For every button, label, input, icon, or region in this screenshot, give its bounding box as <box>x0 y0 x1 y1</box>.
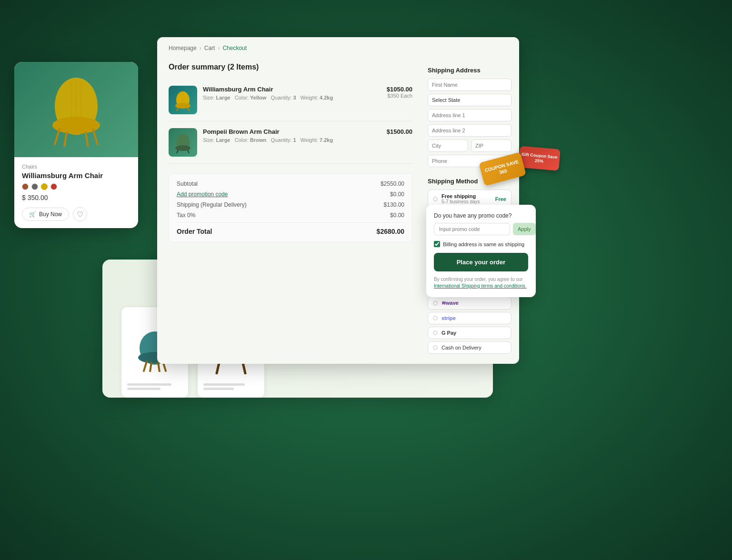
cash-option[interactable]: Cash on Delivery <box>428 341 511 354</box>
gpay-option[interactable]: G Pay <box>428 327 511 339</box>
promo-value: $0.00 <box>390 191 404 198</box>
coupon-label: COUPON SAVE 365 <box>480 158 524 180</box>
promo-code-input[interactable] <box>434 223 510 235</box>
free-shipping-radio <box>433 197 438 201</box>
zip-input[interactable] <box>471 140 511 152</box>
breadcrumb-homepage[interactable]: Homepage <box>169 45 197 51</box>
promo-popup: Do you have any promo code? Apply Billin… <box>426 205 536 297</box>
item-1-price-main: $1050.00 <box>387 86 412 93</box>
svg-line-4 <box>64 132 67 147</box>
terms-link[interactable]: International Shipping terms and conditi… <box>434 283 527 289</box>
chair-info-line-1 <box>127 383 171 386</box>
item-1-name: Williamsburg Arm Chair <box>203 86 381 93</box>
swatch-brown[interactable] <box>22 183 29 190</box>
billing-checkbox-label: Billing address is same as shipping <box>443 241 524 247</box>
color-swatches <box>22 183 130 190</box>
item-2-meta: Size: Large Color: Brown Quantity: 1 Wei… <box>203 137 381 143</box>
item-2-img-bg <box>169 128 197 157</box>
shipping-value: $130.00 <box>384 201 404 208</box>
product-actions: 🛒 Buy Now ♡ <box>22 207 130 221</box>
breadcrumb-sep-2: › <box>218 45 220 51</box>
state-select[interactable]: Select State <box>428 94 511 106</box>
green-chair-info <box>203 383 259 392</box>
item-1-price-each: $350 Each <box>387 93 412 99</box>
breadcrumb-cart[interactable]: Cart <box>204 45 215 51</box>
svg-line-27 <box>217 363 219 373</box>
svg-line-2 <box>55 129 60 144</box>
svg-line-12 <box>188 108 189 111</box>
promo-input-row: Apply <box>434 223 528 235</box>
promo-apply-button[interactable]: Apply <box>513 223 536 235</box>
swatch-red[interactable] <box>50 183 57 190</box>
shipping-row: Shipping (Regular Delivery) $130.00 <box>177 201 404 208</box>
item-1-details: Williamsburg Arm Chair Size: Large Color… <box>203 86 381 100</box>
shipping-address-title: Shipping Address <box>428 63 511 74</box>
terms-prefix: By confirming your order, you agree to o… <box>434 277 523 282</box>
address1-input[interactable] <box>428 109 511 121</box>
item-2-price: $1500.00 <box>387 128 412 135</box>
stripe-label: stripe <box>441 315 456 321</box>
product-card-body: Chairs Williamsburg Arm Chair $ 350.00 🛒… <box>14 157 138 228</box>
svg-line-16 <box>188 150 189 153</box>
terms-text: By confirming your order, you agree to o… <box>434 276 528 290</box>
svg-line-11 <box>177 108 178 111</box>
chair-info-line-2 <box>127 388 160 390</box>
city-input[interactable] <box>428 140 468 152</box>
item-1-img-bg <box>169 86 197 114</box>
product-name: Williamsburg Arm Chair <box>22 171 130 180</box>
order-title: Order summary (2 Items) <box>169 59 412 71</box>
free-shipping-name: Free shipping <box>441 193 491 199</box>
stripe-option[interactable]: stripe <box>428 312 511 324</box>
order-item-1: Williamsburg Arm Chair Size: Large Color… <box>169 79 412 121</box>
breadcrumb-sep-1: › <box>200 45 201 51</box>
buy-now-label: Buy Now <box>39 211 62 218</box>
billing-checkbox-input[interactable] <box>434 241 440 247</box>
gpay-label: G Pay <box>441 330 456 336</box>
wave-radio <box>433 301 438 306</box>
item-2-image <box>169 128 197 157</box>
buy-now-button[interactable]: 🛒 Buy Now <box>22 208 69 221</box>
cash-radio <box>433 345 438 350</box>
order-total-label: Order Total <box>177 228 212 235</box>
swatch-gray[interactable] <box>31 183 38 190</box>
order-item-2: Pompeii Brown Arm Chair Size: Large Colo… <box>169 121 412 164</box>
item-1-chair-icon <box>173 90 192 111</box>
item-2-name: Pompeii Brown Arm Chair <box>203 128 381 135</box>
first-name-input[interactable] <box>428 79 511 91</box>
item-1-image <box>169 86 197 114</box>
svg-line-5 <box>86 132 88 147</box>
chair-info-line-4 <box>203 388 234 390</box>
totals-section: Subtotal $2550.00 Add promotion code $0.… <box>169 173 412 242</box>
promo-popup-label: Do you have any promo code? <box>434 212 528 219</box>
swatch-yellow[interactable] <box>41 183 48 190</box>
subtotal-value: $2550.00 <box>381 180 404 187</box>
place-order-button[interactable]: Place your order <box>434 253 528 271</box>
cart-icon: 🛒 <box>29 211 36 218</box>
teal-chair-info <box>127 383 182 392</box>
checkout-header: Homepage › Cart › Checkout <box>157 37 519 51</box>
order-summary: Order summary (2 Items) Williamsburg Arm <box>157 59 424 364</box>
shipping-label: Shipping (Regular Delivery) <box>177 201 247 208</box>
wave-option[interactable]: ≋wave <box>428 297 511 310</box>
promo-row: Add promotion code $0.00 <box>177 191 404 198</box>
wishlist-button[interactable]: ♡ <box>73 207 87 221</box>
svg-line-19 <box>144 361 147 371</box>
tax-label: Tax 0% <box>177 212 195 219</box>
item-1-meta: Size: Large Color: Yellow Quantity: 3 We… <box>203 95 381 100</box>
svg-line-15 <box>177 150 178 153</box>
billing-checkbox-row: Billing address is same as shipping <box>434 241 528 247</box>
order-total-value: $2680.00 <box>377 228 404 235</box>
svg-point-14 <box>175 145 191 151</box>
gpay-radio <box>433 330 438 335</box>
product-price: $ 350.00 <box>22 194 130 201</box>
promo-link[interactable]: Add promotion code <box>177 191 228 198</box>
gift-card-ticket: Gift Coupon Save 25% <box>518 146 561 170</box>
svg-line-3 <box>93 129 98 144</box>
yellow-chair-illustration <box>45 73 107 147</box>
breadcrumb-checkout: Checkout <box>222 45 247 51</box>
checkout-panel: Homepage › Cart › Checkout Order summary… <box>157 37 519 364</box>
address2-input[interactable] <box>428 124 511 137</box>
stripe-radio <box>433 316 438 320</box>
tax-row: Tax 0% $0.00 <box>177 212 404 219</box>
chair-info-line-3 <box>203 383 245 386</box>
